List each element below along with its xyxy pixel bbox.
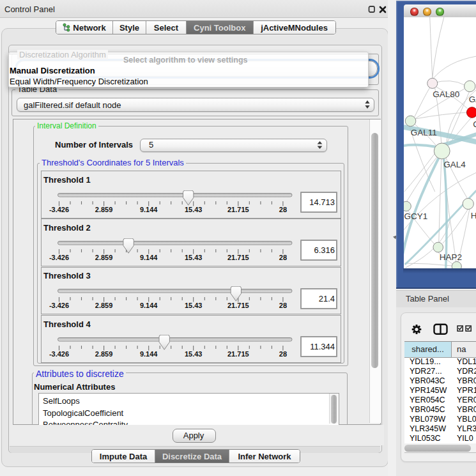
svg-text:C: C: [473, 119, 476, 129]
svg-text:28: 28: [279, 302, 286, 309]
svg-text:9.144: 9.144: [139, 205, 157, 213]
svg-text:-3.426: -3.426: [49, 253, 68, 261]
svg-text:2.859: 2.859: [95, 253, 112, 261]
svg-text:9.144: 9.144: [139, 302, 157, 309]
svg-text:GAL4: GAL4: [443, 160, 466, 169]
svg-text:15.43: 15.43: [184, 205, 202, 213]
svg-text:21.715: 21.715: [227, 205, 249, 213]
svg-text:9.144: 9.144: [139, 349, 157, 357]
svg-text:-3.426: -3.426: [49, 302, 68, 309]
svg-text:15.43: 15.43: [184, 253, 202, 261]
svg-text:28: 28: [279, 349, 286, 357]
svg-text:15.43: 15.43: [184, 302, 202, 309]
svg-text:GAL80: GAL80: [433, 89, 459, 99]
svg-text:-3.426: -3.426: [49, 205, 68, 213]
svg-text:GCY1: GCY1: [404, 211, 427, 221]
svg-text:15.43: 15.43: [184, 349, 202, 357]
svg-text:28: 28: [279, 253, 286, 261]
svg-text:HAP2: HAP2: [439, 252, 461, 262]
svg-text:GA: GA: [468, 95, 476, 104]
svg-text:21.715: 21.715: [227, 253, 249, 261]
svg-text:2.859: 2.859: [95, 349, 112, 357]
svg-text:28: 28: [279, 205, 286, 213]
svg-text:2.859: 2.859: [95, 205, 112, 213]
svg-text:H: H: [470, 211, 476, 220]
svg-text:9.144: 9.144: [139, 253, 157, 261]
svg-text:21.715: 21.715: [227, 349, 249, 357]
svg-text:-3.426: -3.426: [49, 349, 68, 357]
svg-text:GAL11: GAL11: [410, 128, 436, 137]
svg-text:21.715: 21.715: [227, 302, 249, 309]
svg-text:2.859: 2.859: [95, 302, 112, 309]
